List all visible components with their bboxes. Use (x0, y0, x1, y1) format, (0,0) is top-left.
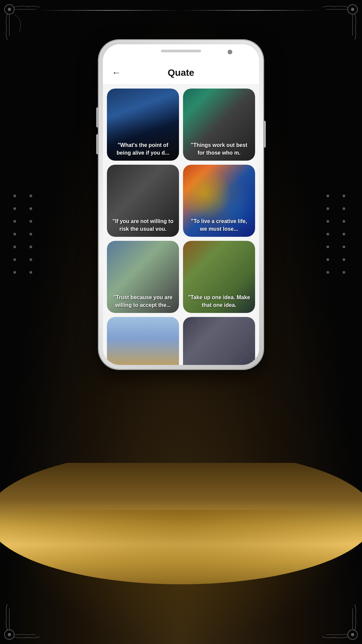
decorative-line-right (181, 10, 322, 11)
quote-card-2[interactable]: "Things work out best for those who m. (183, 89, 255, 161)
svg-point-3 (351, 8, 354, 11)
dot (326, 207, 329, 210)
dot (343, 207, 345, 210)
dot (29, 207, 32, 210)
corner-ornament-tr (318, 3, 359, 44)
dot (326, 258, 329, 261)
dot (343, 271, 345, 274)
quote-card-1[interactable]: "What's the point of being alive if you … (107, 89, 179, 161)
dot (343, 220, 345, 223)
corner-ornament-tl (3, 3, 44, 44)
dot (29, 246, 32, 248)
dot (13, 271, 16, 274)
phone-outer: ← Quate "What's the point of being alive… (99, 40, 263, 369)
card-1-text: "What's the point of being alive if you … (107, 138, 179, 161)
app-header: ← Quate (103, 61, 259, 85)
quote-card-7[interactable] (107, 317, 179, 365)
dot (343, 258, 345, 261)
dot (13, 258, 16, 261)
quote-card-8[interactable] (183, 317, 255, 365)
dot (29, 258, 32, 261)
platform-shadow (0, 510, 362, 644)
dot (326, 246, 329, 248)
dot (326, 195, 329, 197)
dots-left (13, 195, 36, 274)
quote-grid: "What's the point of being alive if you … (107, 89, 255, 365)
quote-card-4[interactable]: "To live a creative life, we must lose..… (183, 165, 255, 237)
quote-card-3[interactable]: "If you are not willing to risk the usua… (107, 165, 179, 237)
dot (326, 220, 329, 223)
notch-bar (161, 50, 201, 52)
quote-card-5[interactable]: "Trust because you are willing to accept… (107, 241, 179, 313)
dot (29, 271, 32, 274)
dot (29, 233, 32, 235)
back-button[interactable]: ← (110, 66, 123, 79)
dot (326, 233, 329, 235)
card-3-text: "If you are not willing to risk the usua… (107, 214, 179, 237)
dot (29, 195, 32, 197)
card-7-background (107, 317, 179, 365)
dot (343, 195, 345, 197)
header-title: Quate (123, 67, 239, 78)
dot (343, 246, 345, 248)
phone-wrapper: ← Quate "What's the point of being alive… (99, 40, 263, 369)
dot (13, 220, 16, 223)
dots-right (326, 195, 349, 274)
phone-screen: ← Quate "What's the point of being alive… (103, 44, 259, 365)
dot (13, 195, 16, 197)
dot (326, 271, 329, 274)
camera-dot (228, 50, 232, 54)
quote-card-6[interactable]: "Take up one idea. Make that one idea. (183, 241, 255, 313)
dot (13, 207, 16, 210)
card-6-text: "Take up one idea. Make that one idea. (183, 290, 255, 313)
dot (29, 220, 32, 223)
card-8-background (183, 317, 255, 365)
card-5-text: "Trust because you are willing to accept… (107, 290, 179, 313)
status-bar (103, 44, 259, 61)
decorative-line-left (40, 10, 181, 11)
quote-grid-container[interactable]: "What's the point of being alive if you … (103, 85, 259, 365)
card-2-text: "Things work out best for those who m. (183, 138, 255, 161)
dot (13, 246, 16, 248)
svg-point-1 (8, 8, 11, 11)
dot (13, 233, 16, 235)
card-4-text: "To live a creative life, we must lose..… (183, 214, 255, 237)
dot (343, 233, 345, 235)
